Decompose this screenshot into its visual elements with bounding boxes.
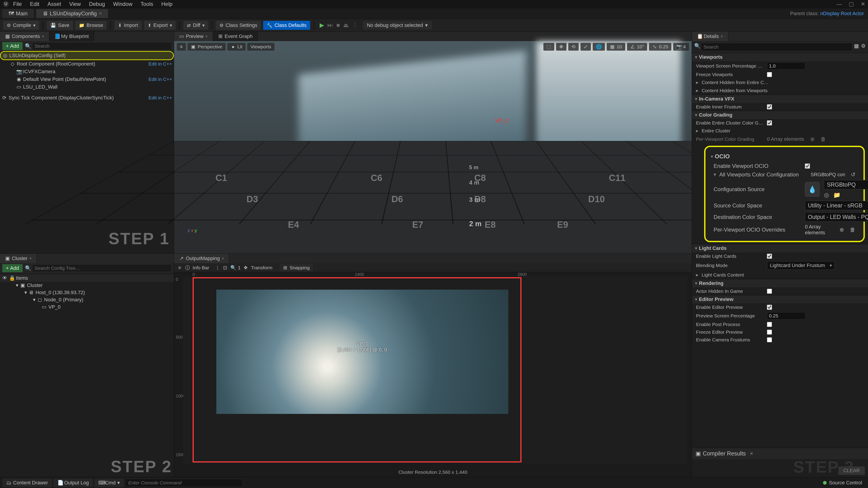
details-search-input[interactable]	[701, 43, 852, 51]
enable-lightcards-checkbox[interactable]	[767, 254, 772, 259]
filter-icon[interactable]: ▦	[854, 43, 859, 51]
config-source-dropdown[interactable]: SRGBtoPQ▾	[824, 180, 868, 189]
eject-icon[interactable]: ⏏	[343, 22, 349, 29]
eye-icon[interactable]: 👁	[2, 275, 7, 281]
tab-components[interactable]: ▦Components×	[0, 32, 49, 41]
dest-cs-dropdown[interactable]: Output - LED Walls - PQ▾	[805, 213, 868, 222]
cluster-row[interactable]: ▾🖥Host_0 (130.39.93.72)	[0, 289, 174, 296]
close-icon[interactable]: ×	[42, 34, 44, 39]
output-log-button[interactable]: 📄Output Log	[53, 479, 93, 487]
source-control-button[interactable]: Source Control	[819, 479, 866, 487]
viewport-3d[interactable]: ≡ ▣Perspective ●Lit Viewports ⬚ ✥ ⟲ ⤢ 🌐 …	[174, 41, 692, 254]
stop-icon[interactable]: ■	[336, 22, 340, 29]
tab-preview[interactable]: ▭Preview×	[174, 32, 213, 41]
hamburger-icon[interactable]: ≡	[177, 265, 182, 270]
compile-button[interactable]: ⚙Compile▾	[3, 21, 39, 30]
section-lightcards[interactable]: ▾Light Cards	[692, 244, 868, 252]
parent-class-link[interactable]: nDisplay Root Actor	[820, 11, 864, 16]
gear-icon[interactable]: ⚙	[861, 43, 866, 51]
tab-outputmapping[interactable]: ↗OutputMapping×	[174, 254, 229, 263]
info-icon[interactable]: ⓘ	[185, 265, 190, 271]
lit-dropdown[interactable]: ●Lit	[227, 43, 246, 51]
cluster-row[interactable]: ▾◻Node_0 (Primary)	[0, 296, 174, 303]
clear-button[interactable]: CLEAR	[838, 466, 865, 475]
section-rendering[interactable]: ▾Rendering	[692, 279, 868, 287]
section-viewports[interactable]: ▾Viewports	[692, 53, 868, 61]
select-tool[interactable]: ⬚	[544, 43, 554, 51]
tree-row[interactable]: ⟳Sync Tick Component (DisplayClusterSync…	[0, 94, 174, 102]
viewports-dropdown[interactable]: Viewports	[247, 43, 274, 51]
screen-pct-input[interactable]	[767, 62, 805, 70]
menu-window[interactable]: Window	[113, 1, 132, 7]
om-host-frame[interactable]: VP_0 [2,464 × 1,056] @ 0, 0	[193, 277, 522, 462]
section-colorgrading[interactable]: ▾Color Grading	[692, 111, 868, 119]
add-element-icon[interactable]: ⊕	[839, 227, 844, 233]
angle-snap[interactable]: ∠10°	[627, 43, 647, 51]
menu-file[interactable]: File	[13, 1, 22, 7]
diff-button[interactable]: ⇄Diff▾	[183, 21, 208, 30]
step-icon[interactable]: ⏭	[327, 22, 333, 29]
minimize-icon[interactable]: —	[837, 1, 842, 7]
cluster-row[interactable]: ▭VP_0	[0, 303, 174, 311]
menu-view[interactable]: View	[69, 1, 81, 7]
move-tool[interactable]: ✥	[556, 43, 566, 51]
content-drawer-button[interactable]: 🗂Content Drawer	[2, 479, 52, 487]
tab-details[interactable]: 📋Details×	[692, 32, 728, 41]
enable-entire-cg-checkbox[interactable]	[767, 121, 772, 125]
class-defaults-button[interactable]: 🔧Class Defaults	[263, 21, 310, 30]
import-button[interactable]: ⬇Import	[114, 21, 142, 30]
freeze-editor-checkbox[interactable]	[767, 330, 772, 335]
components-search-input[interactable]	[32, 42, 172, 50]
tree-row[interactable]: ◉Default View Point (DefaultViewPoint)Ed…	[0, 75, 174, 83]
tree-row[interactable]: 📷ICVFXCamera	[0, 68, 174, 75]
cluster-search-input[interactable]	[32, 264, 172, 272]
prop-entire-cluster[interactable]: ▸Entire Cluster	[692, 127, 868, 135]
perspective-dropdown[interactable]: ▣Perspective	[188, 43, 225, 51]
blending-mode-dropdown[interactable]: Lightcard Under Frustum▾	[767, 261, 835, 270]
source-cs-dropdown[interactable]: Utility - Linear - sRGB▾	[805, 201, 868, 210]
om-viewport-preview[interactable]: VP_0 [2,464 × 1,056] @ 0, 0	[216, 290, 508, 414]
settings-icon[interactable]: ⋮	[352, 22, 358, 29]
zoom-icon[interactable]: 🔍	[230, 265, 235, 270]
close-icon[interactable]: ×	[221, 256, 224, 261]
enable-inner-checkbox[interactable]	[767, 104, 772, 109]
section-icvfx[interactable]: ▾In-Camera VFX	[692, 95, 868, 103]
tree-row-self[interactable]: ◎LSUnDisplayConfig (Self)	[0, 51, 174, 60]
browse-button[interactable]: 📁Browse	[75, 21, 107, 30]
lock-icon[interactable]: 🔒	[9, 275, 14, 281]
browse-asset-icon[interactable]: 📁	[833, 192, 840, 199]
add-element-icon[interactable]: ⊕	[810, 136, 815, 142]
cluster-row[interactable]: ▾▣Cluster	[0, 282, 174, 289]
scale-snap[interactable]: ⤡0.25	[649, 43, 671, 51]
add-component-button[interactable]: +Add	[2, 42, 23, 50]
tree-row[interactable]: ▭LSU_LED_Wall	[0, 83, 174, 91]
trash-icon[interactable]: 🗑	[850, 227, 855, 233]
cmd-dropdown[interactable]: ⌨Cmd ▾	[94, 479, 124, 487]
coord-toggle[interactable]: 🌐	[593, 43, 605, 51]
enable-viewport-ocio-checkbox[interactable]	[805, 164, 810, 168]
enable-frustums-checkbox[interactable]	[767, 337, 772, 342]
camera-speed[interactable]: 📷4	[673, 43, 689, 51]
menu-debug[interactable]: Debug	[89, 1, 105, 7]
edit-cpp-link[interactable]: Edit in C++	[149, 76, 172, 82]
grid-snap[interactable]: ▦10	[607, 43, 625, 51]
preview-pct-input[interactable]	[767, 312, 805, 320]
config-source-thumbnail[interactable]: 💧	[805, 182, 819, 197]
edit-cpp-link[interactable]: Edit in C++	[149, 95, 172, 101]
section-editor-preview[interactable]: ▾Editor Preview	[692, 295, 868, 303]
play-icon[interactable]: ▶	[320, 22, 324, 29]
menu-help[interactable]: Help	[161, 1, 173, 7]
close-icon[interactable]: ✕	[861, 1, 865, 7]
export-button[interactable]: ⬆Export▾	[144, 21, 176, 30]
om-canvas[interactable]: VP_0 [2,464 × 1,056] @ 0, 0	[183, 276, 687, 464]
menu-edit[interactable]: Edit	[30, 1, 39, 7]
enable-post-checkbox[interactable]	[767, 322, 772, 327]
use-selected-icon[interactable]: ◎	[824, 192, 829, 199]
debug-object-dropdown[interactable]: No debug object selected▾	[363, 21, 432, 30]
snapping-toggle[interactable]: ⊞Snapping	[280, 264, 313, 271]
trash-icon[interactable]: 🗑	[820, 136, 826, 142]
close-icon[interactable]: ×	[750, 450, 753, 457]
scale-tool[interactable]: ⤢	[581, 43, 591, 51]
class-settings-button[interactable]: ⚙Class Settings	[216, 21, 261, 30]
edit-cpp-link[interactable]: Edit in C++	[149, 61, 172, 67]
